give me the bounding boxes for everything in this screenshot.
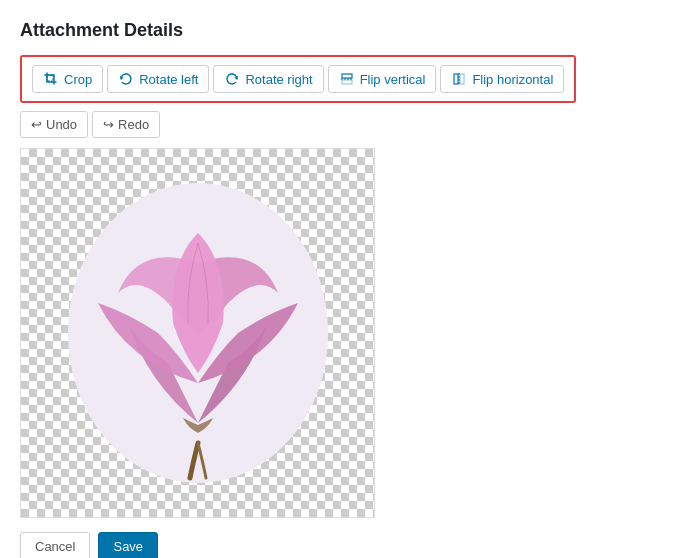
crop-button[interactable]: Crop [32,65,103,93]
cancel-button[interactable]: Cancel [20,532,90,558]
flip-vertical-icon [339,71,355,87]
redo-label: Redo [118,117,149,132]
svg-rect-0 [47,75,53,81]
rotate-right-button[interactable]: Rotate right [213,65,323,93]
flip-horizontal-icon [451,71,467,87]
rotate-right-label: Rotate right [245,72,312,87]
undo-icon: ↩ [31,117,42,132]
crop-icon [43,71,59,87]
rotate-right-icon [224,71,240,87]
flip-vertical-button[interactable]: Flip vertical [328,65,437,93]
bottom-actions: Cancel Save [20,532,680,558]
save-button[interactable]: Save [98,532,158,558]
undo-redo-group: ↩ Undo ↪ Redo [20,111,680,138]
undo-label: Undo [46,117,77,132]
svg-rect-5 [460,74,464,84]
undo-button[interactable]: ↩ Undo [20,111,88,138]
svg-rect-1 [342,74,352,78]
flower-container [68,183,328,483]
redo-button[interactable]: ↪ Redo [92,111,160,138]
svg-rect-4 [454,74,458,84]
image-preview-area [20,148,375,518]
rotate-left-icon [118,71,134,87]
rotate-left-button[interactable]: Rotate left [107,65,209,93]
flip-horizontal-button[interactable]: Flip horizontal [440,65,564,93]
svg-rect-2 [342,80,352,84]
page-title: Attachment Details [20,20,680,41]
rotate-left-label: Rotate left [139,72,198,87]
redo-icon: ↪ [103,117,114,132]
flip-horizontal-label: Flip horizontal [472,72,553,87]
crop-label: Crop [64,72,92,87]
flower-image [68,183,328,483]
flip-vertical-label: Flip vertical [360,72,426,87]
image-editor-toolbar: Crop Rotate left Rotate right [20,55,576,103]
